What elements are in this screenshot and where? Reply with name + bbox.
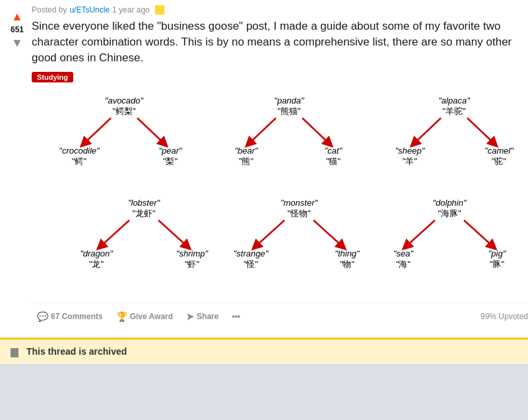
- svg-text:"lobster": "lobster": [128, 198, 161, 208]
- svg-text:"驼": "驼": [492, 156, 507, 166]
- award-icon: 🏆: [116, 311, 127, 322]
- svg-text:"crocodile": "crocodile": [59, 146, 100, 156]
- post-title: Since everyone liked the "business goose…: [32, 18, 528, 65]
- svg-text:"sheep": "sheep": [395, 146, 426, 156]
- post-actions: 💬 67 Comments 🏆 Give Award ➤ Share ••• 9…: [32, 303, 528, 332]
- svg-text:"猫": "猫": [326, 156, 341, 166]
- comments-button[interactable]: 💬 67 Comments: [32, 307, 108, 326]
- comment-icon: 💬: [37, 311, 48, 322]
- svg-text:"龙": "龙": [89, 259, 104, 269]
- svg-text:"pig": "pig": [488, 249, 507, 258]
- svg-line-27: [158, 220, 187, 246]
- posted-by-label: Posted by: [32, 5, 67, 15]
- username-link[interactable]: u/ETsUncle: [69, 5, 110, 15]
- svg-text:"虾": "虾": [185, 259, 200, 269]
- flair-tag[interactable]: Studying: [32, 72, 73, 82]
- svg-text:"怪": "怪": [244, 259, 259, 269]
- svg-text:"梨": "梨": [163, 156, 178, 166]
- saved-icon: [155, 5, 164, 15]
- svg-text:"dolphin": "dolphin": [432, 198, 467, 208]
- svg-line-26: [101, 220, 129, 246]
- svg-text:"pear": "pear": [158, 146, 183, 156]
- vote-column: ▲ 651 ▼: [0, 5, 32, 338]
- svg-line-43: [464, 220, 492, 246]
- svg-text:"camel": "camel": [484, 146, 514, 156]
- svg-text:"鳄梨": "鳄梨": [112, 106, 136, 116]
- comments-label: 67 Comments: [51, 312, 103, 321]
- svg-text:"bear": "bear": [234, 146, 259, 156]
- svg-text:"龙虾": "龙虾": [132, 208, 156, 218]
- svg-line-34: [256, 220, 284, 246]
- downvote-button[interactable]: ▼: [11, 37, 23, 49]
- svg-text:"熊猫": "熊猫": [277, 106, 301, 116]
- svg-text:"panda": "panda": [274, 96, 305, 105]
- svg-line-35: [314, 220, 342, 246]
- archived-bar: This thread is archived: [0, 338, 528, 363]
- svg-text:"怪物": "怪物": [287, 208, 311, 218]
- svg-line-3: [137, 118, 164, 143]
- svg-text:"鳄": "鳄": [72, 156, 87, 166]
- svg-line-19: [467, 118, 494, 143]
- svg-line-11: [302, 118, 329, 143]
- diagram-svg: "avocado" "鳄梨" "crocodile" "鳄" "pear" "梨…: [38, 90, 527, 295]
- svg-text:"cat": "cat": [325, 146, 343, 156]
- give-award-button[interactable]: 🏆 Give Award: [111, 307, 178, 326]
- archived-text: This thread is archived: [26, 346, 127, 357]
- svg-text:"海豚": "海豚": [438, 208, 461, 218]
- svg-text:"strange": "strange": [234, 249, 269, 258]
- more-button[interactable]: •••: [226, 308, 246, 325]
- post-content: Posted by u/ETsUncle 1 year ago Since ev…: [32, 5, 528, 338]
- upvote-button[interactable]: ▲: [11, 11, 23, 22]
- award-label: Give Award: [130, 312, 173, 321]
- share-icon: ➤: [186, 311, 194, 322]
- svg-text:"羊": "羊": [403, 156, 418, 166]
- svg-text:"alpaca": "alpaca": [438, 96, 471, 105]
- svg-text:"dragon": "dragon": [80, 249, 114, 258]
- svg-text:"monster": "monster": [280, 198, 319, 208]
- post-time: 1 year ago: [112, 5, 150, 15]
- post-body: ▲ 651 ▼ Posted by u/ETsUncle 1 year ago …: [0, 0, 528, 338]
- svg-line-10: [249, 118, 276, 143]
- svg-text:"豚": "豚": [490, 259, 505, 269]
- svg-text:"物": "物": [340, 259, 355, 269]
- svg-text:"shrimp": "shrimp": [176, 249, 209, 258]
- svg-text:"sea": "sea": [393, 249, 414, 258]
- upvote-percentage: 99% Upvoted: [480, 312, 528, 321]
- share-button[interactable]: ➤ Share: [181, 307, 224, 326]
- word-diagram: "avocado" "鳄梨" "crocodile" "鳄" "pear" "梨…: [32, 90, 528, 297]
- post-meta: Posted by u/ETsUncle 1 year ago: [32, 5, 528, 15]
- vote-count: 651: [11, 22, 24, 37]
- svg-line-18: [414, 118, 441, 143]
- svg-text:"avocado": "avocado": [105, 96, 145, 105]
- svg-text:"海": "海": [396, 259, 411, 269]
- post-container: ▲ 651 ▼ Posted by u/ETsUncle 1 year ago …: [0, 0, 528, 364]
- svg-text:"羊驼": "羊驼": [442, 106, 466, 116]
- more-label: •••: [232, 312, 240, 321]
- svg-line-2: [84, 118, 111, 143]
- svg-line-42: [407, 220, 435, 246]
- svg-text:"thing": "thing": [335, 249, 360, 258]
- svg-text:"熊": "熊": [239, 156, 254, 166]
- share-label: Share: [197, 312, 218, 321]
